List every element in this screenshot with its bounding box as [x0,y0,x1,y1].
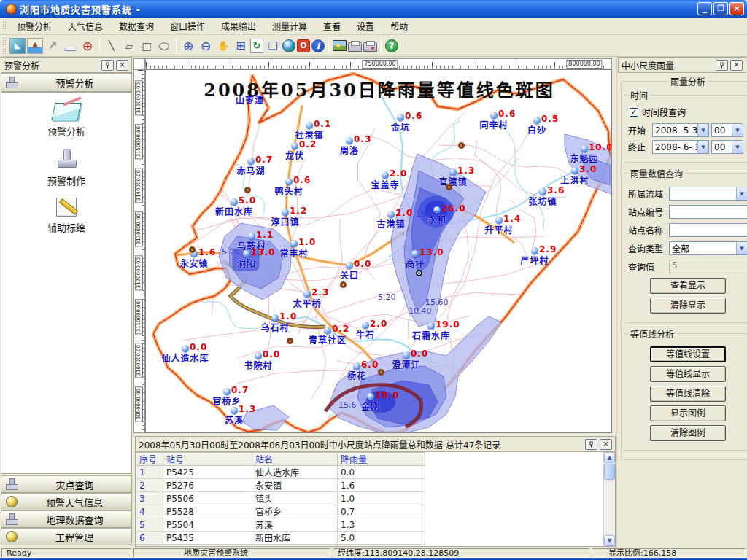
chevron-down-icon[interactable]: ▼ [732,141,743,153]
hammer-icon[interactable] [44,38,61,54]
radar-icon[interactable] [9,38,26,54]
chevron-down-icon[interactable]: ▼ [736,242,747,254]
menu-grip[interactable] [2,19,7,32]
pin-icon[interactable] [716,60,728,71]
time-range-checkbox[interactable]: ✓ [630,108,638,117]
menu-item-0[interactable]: 预警分析 [9,18,60,34]
end-hour-combo[interactable]: 00▼ [711,140,743,154]
query-type-combo[interactable]: 全部▼ [669,241,747,255]
scroll-thumb[interactable] [604,464,615,480]
chevron-down-icon[interactable]: ▼ [697,124,708,136]
stop-icon[interactable] [297,39,310,52]
close-ic on[interactable]: × [600,439,612,450]
basin-combo[interactable]: ▼ [669,187,747,201]
table-row[interactable]: 6P5435新田水库5.0 [136,532,425,545]
seal-icon [5,77,18,88]
station-rainfall-value: 1.2 [290,206,307,216]
menu-item-5[interactable]: 测量计算 [264,18,315,34]
table-header-3[interactable]: 降雨量 [338,453,425,466]
table-cell: P5276 [163,479,252,492]
sidebar-bar-1[interactable]: 预警天气信息 [1,493,132,510]
contour-button-1[interactable]: 等值线显示 [650,366,726,382]
table-row[interactable]: 2P5276永安镇1.6 [136,479,425,492]
restore-button[interactable]: ❐ [713,2,728,15]
table-row[interactable]: 3P5506镇头1.0 [136,492,425,505]
menu-item-8[interactable]: 帮助 [382,18,416,34]
pan-icon[interactable] [215,38,231,54]
refresh-icon[interactable] [250,39,263,53]
rect-icon[interactable] [139,38,155,54]
image-icon[interactable] [333,40,347,51]
end-date-combo[interactable]: 2008- 6- 3▼ [652,140,709,154]
menu-item-4[interactable]: 成果输出 [213,18,264,34]
zoom-out-icon[interactable] [198,38,214,54]
chevron-down-icon[interactable]: ▼ [736,187,747,200]
help-icon[interactable] [385,39,398,52]
nav-item-0[interactable]: 预警分析 [1,103,131,138]
contour-button-0[interactable]: 等值线设置 [650,346,726,362]
table-row[interactable]: 4P5528官桥乡0.7 [136,505,425,518]
table-scrollbar[interactable]: ▲ ▼ [603,452,615,546]
table-header-0[interactable]: 序号 [136,453,163,466]
menu-item-7[interactable]: 设置 [349,18,382,34]
polygon-icon[interactable] [121,38,137,54]
sidebar-bar-0[interactable]: 灾点查询 [1,475,132,493]
clear-display-button[interactable]: 清除显示 [650,298,726,314]
print-preview-icon[interactable] [363,42,377,52]
zoom-window-icon[interactable] [233,38,249,54]
info-icon[interactable] [311,39,325,52]
chevron-down-icon[interactable]: ▼ [732,124,743,136]
seal-icon [5,513,18,525]
table-row[interactable]: 5P5504苏溪1.3 [136,518,425,532]
contour-button-2[interactable]: 等值线清除 [650,386,726,402]
zoom-in-icon[interactable] [180,38,196,54]
pin-icon[interactable] [101,60,114,71]
scroll-up-icon[interactable]: ▲ [604,452,615,463]
close-button[interactable]: × [729,2,744,15]
menu-item-3[interactable]: 窗口操作 [162,18,213,34]
station-rainfall-value: 2.9 [539,244,557,254]
chevron-down-icon[interactable]: ▼ [697,141,708,153]
station-name-input[interactable] [669,223,747,237]
ellipse-icon[interactable] [156,38,172,54]
show-display-button[interactable]: 查看显示 [650,278,726,294]
table-row[interactable]: 7P5310洞阳13.0 [136,545,425,548]
start-date-combo[interactable]: 2008- 5-30▼ [652,123,709,137]
flood-icon[interactable] [27,38,43,54]
pin-icon[interactable] [585,439,597,450]
minimize-button[interactable]: _ [697,2,712,15]
menu-item-2[interactable]: 数据查询 [111,18,162,34]
table-header-1[interactable]: 站号 [163,453,252,466]
rainfall-table: 序号站号站名降雨量 1P5425仙人造水库0.02P5276永安镇1.63P55… [136,452,425,547]
nav-item-1[interactable]: 预警制作 [1,148,131,187]
sidebar-bar-3[interactable]: 工程管理 [1,528,132,545]
contour-button-3[interactable]: 显示图例 [650,405,726,421]
close-icon[interactable]: × [116,60,128,71]
table-row[interactable]: 1P5425仙人造水库0.0 [136,466,425,479]
station-rainfall-value: 3.6 [547,185,565,195]
line-icon[interactable] [104,38,120,54]
table-header-2[interactable]: 站名 [252,453,338,466]
table-cell: 苏溪 [252,518,338,532]
table-cell: P5506 [163,492,252,505]
contour-button-4[interactable]: 清除图例 [650,425,726,441]
target-icon[interactable] [80,38,96,54]
globe-icon[interactable] [282,39,295,52]
town-ring-icon [458,142,465,149]
print-icon[interactable] [348,42,362,52]
scroll-down-icon[interactable]: ▼ [604,535,615,546]
cloud-icon[interactable] [62,38,78,54]
station-name: 官桥乡 [212,394,241,407]
nav-item-label: 预警分析 [47,124,85,138]
start-hour-combo[interactable]: 00▼ [711,123,743,137]
map-canvas[interactable]: 2008年05月30日降雨量等值线色斑图 0.1社港镇0.3周洛0.2龙伏0.7… [145,69,612,433]
sidebar-bar-2[interactable]: 地理数据查询 [1,510,132,528]
toolbar-grip[interactable] [2,37,7,54]
table-cell: 1 [136,466,163,479]
menu-item-6[interactable]: 查看 [315,18,349,34]
station-code-input[interactable] [669,205,747,219]
close-icon[interactable]: × [730,60,743,71]
layers-icon[interactable] [265,38,281,54]
menu-item-1[interactable]: 天气信息 [60,18,111,34]
nav-item-2[interactable]: 辅助标绘 [1,198,131,234]
